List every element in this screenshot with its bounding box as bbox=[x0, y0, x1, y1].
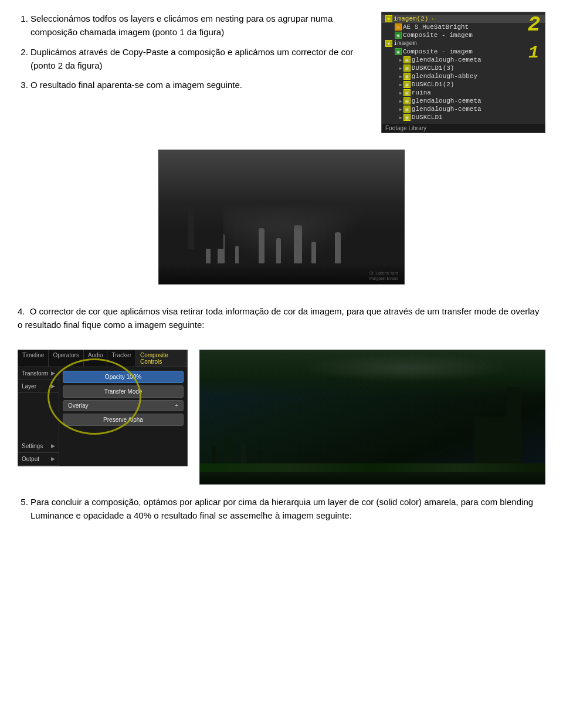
step4-body: O corrector de cor que aplicámos visa re… bbox=[18, 306, 539, 330]
layer-icon-y10: ▣ bbox=[403, 114, 411, 121]
bottom-section: Timeline Operators Audio Tracker Composi… bbox=[18, 350, 545, 485]
opacity-button[interactable]: Opacity 100% bbox=[63, 371, 184, 383]
church-body bbox=[474, 417, 521, 469]
sidebar-layer[interactable]: Layer ▶ bbox=[18, 380, 59, 393]
tree-label-dusk2: DUSKCLD1(2) bbox=[412, 81, 455, 88]
watermark-text: St. Lukens YardMargaret Evans bbox=[369, 271, 398, 280]
transform-arrow: ▶ bbox=[51, 370, 55, 376]
tree-label-comp1: Composite - imagem bbox=[403, 32, 473, 39]
cemetery-color-image bbox=[199, 350, 545, 485]
arrow-right-8: ▶ bbox=[399, 115, 402, 120]
tree-row-glen2[interactable]: ▶ ▣ glendalough-cemeta bbox=[382, 97, 545, 105]
tree-row-ruina[interactable]: ▶ ▣ ruina bbox=[382, 89, 545, 97]
cemetery-bw-container: St. Lukens YardMargaret Evans bbox=[18, 150, 545, 285]
church-tower bbox=[507, 387, 521, 417]
arrow-right-5: ▶ bbox=[399, 90, 402, 96]
sidebar-settings[interactable]: Settings ▶ bbox=[18, 440, 59, 453]
panel-tabs: Timeline Operators Audio Tracker Composi… bbox=[18, 350, 187, 367]
tree-row-dusk3[interactable]: ▶ ▣ DUSKCLD1(3) bbox=[382, 64, 545, 72]
layer-tree-panel: ▼ imagem(2) ← ◎ AE S_HueSatBright ▣ Comp… bbox=[381, 12, 545, 133]
preserve-alpha-button[interactable]: Preserve Alpha bbox=[63, 414, 184, 426]
layer-icon-yellow: ▼ bbox=[385, 15, 392, 22]
ground bbox=[159, 263, 404, 284]
transfer-mode-button[interactable]: Transfer Mode bbox=[63, 385, 184, 398]
arrow-right-2: ▶ bbox=[399, 66, 402, 71]
arrow-icon: ← bbox=[432, 15, 436, 22]
tree-label-ruina: ruina bbox=[412, 89, 431, 96]
sidebar-spacer bbox=[18, 393, 59, 440]
arrow-right-4: ▶ bbox=[399, 82, 402, 87]
step4-text: 4. O corrector de cor que aplicámos visa… bbox=[18, 304, 545, 332]
settings-arrow: ▶ bbox=[51, 443, 55, 449]
overlay-label: Overlay bbox=[68, 402, 88, 409]
tab-audio[interactable]: Audio bbox=[84, 350, 108, 367]
panel-body: Transform ▶ Layer ▶ Settings ▶ Output ▶ bbox=[18, 367, 187, 466]
sidebar-transform[interactable]: Transform ▶ bbox=[18, 367, 59, 380]
tree-row-glen3[interactable]: ▶ ▣ glendalough-cemeta bbox=[382, 105, 545, 113]
tree-row-hue[interactable]: ◎ AE S_HueSatBright bbox=[382, 23, 545, 31]
footage-library-label: Footage Library bbox=[382, 124, 545, 133]
tree-row-imagem[interactable]: ▼ imagem bbox=[382, 39, 545, 48]
top-section: Seleccionámos todfos os layers e clicámo… bbox=[18, 12, 545, 133]
tree-label-dusk1: DUSKCLD1 bbox=[412, 114, 443, 121]
tree-row-dusk2[interactable]: ▶ ▣ DUSKCLD1(2) bbox=[382, 80, 545, 89]
layer-icon-y3: ▣ bbox=[403, 56, 411, 63]
output-arrow: ▶ bbox=[51, 456, 55, 462]
intro-list: Seleccionámos todfos os layers e clicámo… bbox=[18, 12, 369, 97]
tree-row-comp1[interactable]: ▣ Composite - imagem bbox=[382, 31, 545, 39]
layer-label: Layer bbox=[22, 383, 36, 390]
tree-label-imagem2: imagem(2) bbox=[394, 15, 428, 22]
clouds bbox=[303, 353, 510, 382]
layer-icon-green: ▣ bbox=[395, 32, 402, 39]
tree-label-glen3: glendalough-cemeta bbox=[412, 106, 481, 113]
panel-sidebar: Transform ▶ Layer ▶ Settings ▶ Output ▶ bbox=[18, 367, 59, 466]
layer-icon-yellow2: ▼ bbox=[385, 40, 392, 47]
layer-icon-y4: ▣ bbox=[403, 65, 411, 72]
overlay-select[interactable]: Overlay ÷ bbox=[63, 400, 184, 411]
arrow-right-6: ▶ bbox=[399, 99, 402, 104]
overlay-arrow: ÷ bbox=[175, 402, 179, 409]
list-item-1: Seleccionámos todfos os layers e clicámo… bbox=[30, 12, 369, 39]
tab-timeline[interactable]: Timeline bbox=[18, 350, 49, 367]
tree-row-abbey[interactable]: ▶ ▣ glendalough-abbey bbox=[382, 72, 545, 80]
layer-tree: ▼ imagem(2) ← ◎ AE S_HueSatBright ▣ Comp… bbox=[382, 12, 545, 124]
annotation-2: 2 bbox=[523, 12, 545, 38]
layer-icon-y5: ▣ bbox=[403, 73, 411, 80]
grass bbox=[200, 463, 545, 472]
tree-label-imagem: imagem bbox=[394, 40, 417, 47]
layer-arrow: ▶ bbox=[51, 383, 55, 389]
tab-tracker[interactable]: Tracker bbox=[107, 350, 136, 367]
tab-operators[interactable]: Operators bbox=[49, 350, 83, 367]
tree-label-comp2: Composite - imagem bbox=[403, 48, 473, 55]
list-item-3: O resultado final aparenta-se com a imag… bbox=[30, 78, 369, 92]
settings-label: Settings bbox=[22, 443, 43, 449]
sidebar-output[interactable]: Output ▶ bbox=[18, 453, 59, 466]
layer-icon-y8: ▣ bbox=[403, 97, 411, 104]
layer-icon-y6: ▣ bbox=[403, 81, 411, 88]
tree-row-glen1[interactable]: ▶ ▣ glendalough-cemeta bbox=[382, 56, 545, 64]
step5-area: Para concluir a composição, optámos por … bbox=[18, 495, 545, 523]
layer-icon-orange: ◎ bbox=[395, 23, 402, 31]
tab-composite-controls[interactable]: Composite Controls bbox=[136, 350, 187, 367]
layer-icon-green2: ▣ bbox=[395, 48, 402, 55]
layer-icon-y9: ▣ bbox=[403, 106, 411, 113]
tree-row-comp2[interactable]: ▣ Composite - imagem bbox=[382, 48, 545, 56]
tree-label-hue: AE S_HueSatBright bbox=[403, 23, 469, 31]
output-label: Output bbox=[22, 456, 39, 462]
transform-label: Transform bbox=[22, 370, 48, 377]
tree-row-dusk1[interactable]: ▶ ▣ DUSKCLD1 bbox=[382, 113, 545, 121]
panel-controls: Opacity 100% Transfer Mode Overlay ÷ Pre… bbox=[59, 367, 187, 466]
annotation-1: 1 bbox=[524, 42, 544, 64]
arrow-right-1: ▶ bbox=[399, 57, 402, 63]
tree-label-abbey: glendalough-abbey bbox=[412, 73, 477, 80]
tree-row-imagem2[interactable]: ▼ imagem(2) ← bbox=[382, 15, 545, 23]
list-item-5: Para concluir a composição, optámos por … bbox=[30, 495, 545, 523]
layer-icon-y7: ▣ bbox=[403, 89, 411, 96]
step4-number: 4. bbox=[18, 306, 25, 316]
main-content: Seleccionámos todfos os layers e clicámo… bbox=[18, 12, 545, 522]
tree-label-dusk3: DUSKCLD1(3) bbox=[412, 65, 455, 72]
composite-controls-panel: Timeline Operators Audio Tracker Composi… bbox=[18, 350, 188, 466]
watermark: St. Lukens YardMargaret Evans bbox=[369, 270, 398, 281]
arrow-right-7: ▶ bbox=[399, 107, 402, 112]
cemetery-bw-image: St. Lukens YardMargaret Evans bbox=[158, 150, 405, 285]
